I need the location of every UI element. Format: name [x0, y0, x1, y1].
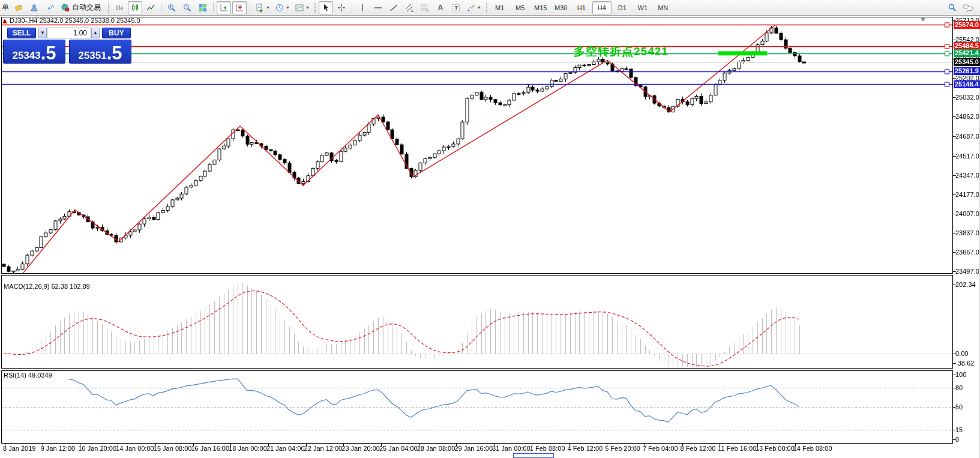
toolbar-separator	[250, 2, 250, 13]
tile-windows-icon[interactable]	[196, 1, 210, 14]
timeframe-button-m30[interactable]: M30	[552, 1, 571, 14]
channel-icon[interactable]: E	[402, 1, 416, 14]
sell-button[interactable]: SELL	[7, 28, 36, 38]
periods-icon[interactable]: ▼	[273, 1, 292, 14]
chat-icon[interactable]	[961, 1, 975, 14]
volume-increase-button[interactable]: ▲	[91, 28, 100, 38]
timeframe-button-m1[interactable]: M1	[490, 1, 510, 14]
volume-decrease-button[interactable]: ▼	[38, 28, 47, 38]
ask-price-button[interactable]: 25351.5	[69, 40, 131, 64]
zoom-in-icon[interactable]	[164, 1, 179, 14]
volume-input[interactable]	[47, 28, 91, 38]
trendline-icon[interactable]	[386, 1, 401, 14]
toolbar-separator	[213, 2, 214, 13]
line-chart-icon[interactable]	[143, 1, 158, 14]
svg-text:E: E	[411, 9, 413, 13]
ask-price-main: 25351	[78, 50, 106, 62]
crosshair-icon[interactable]	[334, 1, 349, 14]
chevron-down-icon: ▼	[477, 5, 481, 10]
toolbar: 单 自动交易 ▼ ▼	[0, 0, 980, 16]
chevron-down-icon: ▼	[305, 5, 310, 10]
timeframe-button-m5[interactable]: M5	[511, 1, 530, 14]
toolbar-grip	[108, 3, 109, 13]
arrows-icon[interactable]: ▼	[464, 1, 483, 14]
toolbar-separator	[161, 2, 161, 13]
chart-shift-icon[interactable]	[232, 1, 247, 14]
svg-text:T: T	[454, 5, 458, 11]
timeframe-button-w1[interactable]: W1	[633, 1, 652, 14]
toolbar-grip	[486, 3, 487, 13]
user-icon[interactable]	[27, 1, 41, 14]
text-label-icon[interactable]: T	[449, 1, 463, 14]
ask-price-pip: .5	[107, 45, 122, 62]
auto-scroll-icon[interactable]	[217, 1, 231, 14]
bid-price-main: 25343	[12, 50, 40, 62]
timeframe-toolbar: M1M5M15M30H1H4D1W1MN	[490, 1, 673, 14]
horizontal-scrollbar-thumb[interactable]	[513, 453, 554, 458]
zoom-out-icon[interactable]	[180, 1, 194, 14]
indicators-icon[interactable]: ▼	[253, 1, 272, 14]
timeframe-button-h4[interactable]: H4	[592, 1, 612, 14]
timeframe-button-h1[interactable]: H1	[572, 1, 591, 14]
search-icon[interactable]	[945, 1, 960, 14]
candlestick-chart-icon[interactable]	[128, 1, 142, 14]
yellow-note-icon[interactable]	[11, 1, 26, 14]
bar-chart-icon[interactable]	[112, 1, 127, 14]
toolbar-grip	[314, 3, 316, 13]
templates-icon[interactable]: ▼	[293, 1, 311, 14]
chevron-down-icon: ▼	[266, 5, 270, 10]
autotrading-label: 自动交易	[70, 2, 103, 13]
timeframe-button-d1[interactable]: D1	[613, 1, 632, 14]
cursor-icon[interactable]	[319, 1, 333, 14]
new-order-button[interactable]: 单	[0, 2, 11, 13]
volume-stepper: ▼ ▲	[38, 28, 100, 38]
chart-area[interactable]	[0, 0, 980, 458]
timeframe-button-mn[interactable]: MN	[654, 1, 673, 14]
text-icon[interactable]: A	[433, 1, 448, 14]
one-click-trading-panel: SELL ▼ ▲ BUY 25343.5 25351.5	[3, 27, 133, 64]
chevron-down-icon: ▼	[286, 5, 290, 10]
bid-price-pip: .5	[41, 45, 56, 62]
horizontal-line-icon[interactable]	[371, 1, 385, 14]
autotrading-button[interactable]: 自动交易	[58, 1, 105, 14]
svg-text:F: F	[427, 9, 429, 13]
toolbar-separator	[352, 2, 352, 13]
broadcast-icon[interactable]	[43, 1, 57, 14]
fibonacci-icon[interactable]: F	[418, 1, 432, 14]
timeframe-button-m15[interactable]: M15	[531, 1, 550, 14]
bid-price-button[interactable]: 25343.5	[3, 40, 65, 64]
vertical-line-icon[interactable]	[355, 1, 370, 14]
buy-button[interactable]: BUY	[102, 28, 131, 38]
